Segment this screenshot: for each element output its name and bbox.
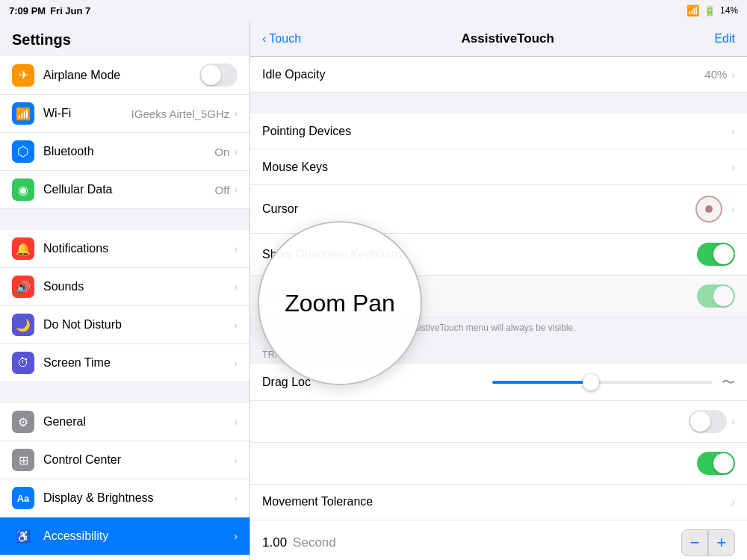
bluetooth-value: On	[214, 146, 229, 158]
toggle-row-below[interactable]: ›	[250, 401, 747, 443]
general-icon: ⚙	[12, 411, 34, 433]
sidebar-item-sounds[interactable]: 🔊 Sounds ›	[0, 268, 249, 306]
cursor-circle-icon	[695, 196, 722, 223]
airplane-toggle[interactable]	[199, 63, 238, 87]
wifi-value: IGeeks Airtel_5GHz	[131, 108, 230, 120]
speed-max-icon: 〜	[722, 373, 735, 391]
second-value: 1.00	[262, 535, 287, 550]
sidebar-spacer-2	[0, 382, 249, 403]
movement-tolerance-label: Movement Tolerance	[262, 495, 731, 508]
cursor-chevron: ›	[731, 203, 735, 215]
sidebar-group-3: ⚙ General › ⊞ Control Center › Aa Displa…	[0, 403, 249, 560]
second-row: 1.00 Second − +	[250, 520, 747, 560]
wifi-chevron: ›	[234, 108, 238, 119]
drag-lock-toggle-knob	[690, 411, 710, 432]
bluetooth-icon: ⬡	[12, 140, 34, 163]
movement-tolerance-row[interactable]: Movement Tolerance ›	[250, 485, 747, 520]
show-keyboard-label: Show Onscreen Keyboard	[262, 248, 697, 261]
idle-opacity-label: Idle Opacity	[262, 68, 704, 81]
sidebar-item-wallpaper[interactable]: 🏔 Wallpaper ›	[0, 556, 249, 560]
nav-title: AssistiveTouch	[301, 31, 714, 46]
accessibility-label: Accessibility	[43, 529, 234, 543]
show-keyboard-row[interactable]: Show Onscreen Keyboard	[250, 234, 747, 276]
pointing-devices-label: Pointing Devices	[262, 125, 731, 138]
screentime-label: Screen Time	[43, 356, 234, 370]
back-label: Touch	[269, 32, 301, 46]
display-chevron: ›	[234, 492, 238, 504]
always-show-footer: When Dwell Control is enabled, the Assis…	[250, 317, 747, 343]
wifi-icon: 📶	[686, 4, 699, 16]
cellular-icon: ◉	[12, 178, 34, 201]
mouse-keys-row[interactable]: Mouse Keys ›	[250, 149, 747, 185]
wifi-label: Wi-Fi	[43, 107, 131, 120]
always-show-menu-toggle[interactable]	[697, 284, 735, 308]
green-toggle[interactable]	[697, 452, 735, 475]
dnd-chevron: ›	[234, 319, 238, 331]
sidebar-item-wifi[interactable]: 📶 Wi-Fi IGeeks Airtel_5GHz ›	[0, 95, 249, 133]
green-toggle-row[interactable]	[250, 443, 747, 485]
always-show-menu-label: Always Show Menu	[262, 290, 697, 303]
second-stepper[interactable]: − +	[681, 529, 735, 556]
cursor-dot-icon	[705, 205, 713, 213]
sidebar-item-display[interactable]: Aa Display & Brightness ›	[0, 479, 249, 517]
second-label: Second	[293, 535, 675, 550]
battery-level: 14%	[720, 5, 738, 16]
sidebar-item-screentime[interactable]: ⏱ Screen Time ›	[0, 344, 249, 382]
idle-opacity-row[interactable]: Idle Opacity 40% ›	[250, 57, 747, 93]
stepper-increment[interactable]: +	[708, 529, 735, 556]
sidebar-item-controlcenter[interactable]: ⊞ Control Center ›	[0, 441, 249, 479]
stepper-decrement[interactable]: −	[681, 529, 708, 556]
sidebar-item-notifications[interactable]: 🔔 Notifications ›	[0, 230, 249, 268]
main-layout: Settings ✈ Airplane Mode 📶 Wi-Fi IGeeks …	[0, 21, 747, 560]
sidebar-title: Settings	[0, 21, 249, 56]
tracking-speed-header: TRACKING SPEED	[250, 343, 747, 364]
cellular-value: Off	[215, 184, 230, 196]
drag-lock-label: Drag Loc	[262, 376, 483, 389]
sidebar-item-dnd[interactable]: 🌙 Do Not Disturb ›	[0, 306, 249, 344]
slider-fill	[492, 381, 592, 384]
accessibility-icon: ♿	[12, 525, 34, 547]
movement-tolerance-chevron: ›	[731, 496, 735, 508]
bluetooth-label: Bluetooth	[43, 145, 214, 158]
pointing-chevron: ›	[731, 125, 735, 137]
sidebar-spacer-1	[0, 209, 249, 230]
cursor-row[interactable]: Cursor ›	[250, 185, 747, 234]
sidebar-item-cellular[interactable]: ◉ Cellular Data Off ›	[0, 171, 249, 209]
sidebar-item-bluetooth[interactable]: ⬡ Bluetooth On ›	[0, 133, 249, 171]
airplane-label: Airplane Mode	[43, 69, 199, 82]
sounds-chevron: ›	[234, 281, 238, 293]
controlcenter-label: Control Center	[43, 453, 234, 467]
airplane-toggle-knob	[201, 65, 221, 85]
show-keyboard-toggle[interactable]	[697, 243, 735, 266]
display-icon: Aa	[12, 487, 34, 509]
nav-bar: ‹ Touch AssistiveTouch Edit	[250, 21, 747, 57]
sounds-label: Sounds	[43, 280, 234, 293]
mouse-keys-chevron: ›	[731, 161, 735, 173]
notifications-icon: 🔔	[12, 237, 34, 260]
drag-lock-row[interactable]: Drag Loc 〜	[250, 364, 747, 401]
always-show-menu-row[interactable]: Always Show Menu	[250, 276, 747, 317]
dnd-icon: 🌙	[12, 314, 34, 336]
dnd-label: Do Not Disturb	[43, 318, 234, 332]
tracking-speed-slider[interactable]	[492, 381, 713, 384]
cursor-icon-wrap	[686, 194, 731, 224]
drag-lock-toggle[interactable]	[689, 410, 727, 433]
status-bar-right: 📶 🔋 14%	[686, 4, 738, 16]
sidebar-item-airplane[interactable]: ✈ Airplane Mode	[0, 56, 249, 95]
pointing-devices-row[interactable]: Pointing Devices ›	[250, 113, 747, 149]
mouse-keys-label: Mouse Keys	[262, 161, 731, 174]
back-chevron-icon: ‹	[262, 32, 266, 46]
cursor-label: Cursor	[262, 202, 686, 216]
time-display: 7:09 PM	[9, 5, 46, 16]
sidebar-item-accessibility[interactable]: ♿ Accessibility ›	[0, 517, 249, 556]
sidebar-item-general[interactable]: ⚙ General ›	[0, 403, 249, 441]
display-label: Display & Brightness	[43, 491, 234, 505]
idle-opacity-value: 40%	[704, 68, 727, 81]
sidebar: Settings ✈ Airplane Mode 📶 Wi-Fi IGeeks …	[0, 21, 250, 560]
sidebar-group-1: ✈ Airplane Mode 📶 Wi-Fi IGeeks Airtel_5G…	[0, 56, 249, 209]
drag-lock-chevron: ›	[731, 415, 735, 427]
edit-button[interactable]: Edit	[714, 32, 735, 46]
back-button[interactable]: ‹ Touch	[262, 32, 301, 46]
notifications-label: Notifications	[43, 242, 234, 255]
slider-thumb[interactable]	[583, 374, 599, 391]
